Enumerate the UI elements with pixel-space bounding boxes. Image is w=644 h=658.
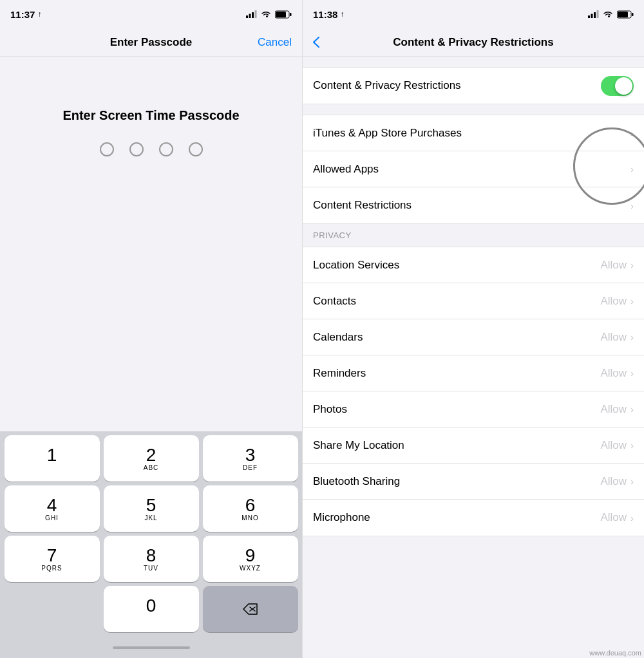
key-3[interactable]: 3 DEF — [203, 435, 298, 482]
location-icon-right: ↑ — [340, 10, 344, 19]
privacy-section-header: PRIVACY — [303, 224, 644, 247]
chevron-icon: › — [630, 164, 634, 174]
privacy-header-text: PRIVACY — [303, 227, 644, 244]
back-button[interactable] — [313, 37, 319, 48]
key-delete[interactable] — [203, 586, 298, 632]
key-0[interactable]: 0 — [104, 586, 199, 632]
svg-rect-0 — [246, 15, 248, 18]
keyboard-row-2: 4 GHI 5 JKL 6 MNO — [3, 485, 299, 532]
settings-list: Content & Privacy Restrictions iTunes & … — [303, 57, 644, 658]
svg-rect-1 — [249, 14, 251, 19]
key-1[interactable]: 1 — [5, 435, 100, 482]
key-4[interactable]: 4 GHI — [5, 485, 100, 532]
svg-rect-3 — [255, 10, 257, 18]
svg-rect-12 — [597, 10, 599, 18]
nav-bar-right: Content & Privacy Restrictions — [303, 28, 644, 57]
passcode-dot-4 — [189, 142, 203, 156]
chevron-icon: › — [630, 440, 634, 451]
keyboard-row-1: 1 2 ABC 3 DEF — [3, 435, 299, 482]
content-privacy-toggle-row[interactable]: Content & Privacy Restrictions — [303, 68, 644, 104]
toggle-knob — [615, 77, 632, 95]
passcode-dots — [100, 142, 203, 156]
home-indicator-left — [113, 646, 190, 649]
back-chevron-icon — [313, 37, 319, 48]
keyboard-row-3: 7 PQRS 8 TUV 9 WXYZ — [3, 536, 299, 582]
svg-rect-11 — [594, 12, 596, 18]
signal-icon — [246, 10, 257, 18]
left-panel: 11:37 ↑ Ente — [0, 0, 303, 658]
svg-rect-15 — [632, 13, 634, 16]
cancel-button[interactable]: Cancel — [258, 36, 292, 49]
status-bar-right: 11:38 ↑ — [303, 0, 644, 28]
contacts-row[interactable]: Contacts Allow › — [303, 283, 644, 319]
time-left: 11:37 ↑ — [10, 9, 41, 20]
svg-rect-5 — [276, 12, 286, 17]
chevron-icon: › — [630, 200, 634, 211]
status-bar-left: 11:37 ↑ — [0, 0, 302, 28]
battery-icon-right — [617, 10, 634, 19]
itunes-row[interactable]: iTunes & App Store Purchases › — [303, 115, 644, 151]
passcode-dot-3 — [159, 142, 173, 156]
passcode-instruction: Enter Screen Time Passcode — [62, 108, 239, 123]
svg-rect-14 — [618, 12, 628, 17]
key-2[interactable]: 2 ABC — [104, 435, 199, 482]
keyboard-row-4: 0 — [3, 586, 299, 632]
right-panel: 11:38 ↑ — [303, 0, 644, 658]
passcode-dot-2 — [129, 142, 144, 156]
chevron-icon: › — [630, 127, 634, 138]
svg-rect-9 — [588, 15, 590, 18]
status-icons-right — [588, 10, 634, 19]
key-6[interactable]: 6 MNO — [203, 485, 298, 532]
signal-icon-right — [588, 10, 599, 18]
location-icon-left: ↑ — [37, 10, 41, 19]
battery-icon — [275, 10, 292, 19]
time-right: 11:38 ↑ — [313, 9, 344, 20]
chevron-icon: › — [630, 296, 634, 306]
location-services-row[interactable]: Location Services Allow › — [303, 247, 644, 283]
key-9[interactable]: 9 WXYZ — [203, 536, 298, 582]
wifi-icon-right — [603, 10, 613, 18]
nav-title-right: Content & Privacy Restrictions — [393, 36, 553, 49]
content-restrictions-row[interactable]: Content Restrictions › — [303, 187, 644, 223]
chevron-icon: › — [630, 332, 634, 343]
chevron-icon: › — [630, 512, 634, 523]
chevron-icon: › — [630, 368, 634, 379]
photos-row[interactable]: Photos Allow › — [303, 391, 644, 428]
privacy-section: Location Services Allow › Contacts Allow… — [303, 247, 644, 536]
svg-rect-10 — [591, 14, 593, 19]
allowed-apps-row[interactable]: Allowed Apps › — [303, 151, 644, 187]
toggle-label: Content & Privacy Restrictions — [313, 79, 601, 92]
home-indicator-area — [3, 636, 299, 654]
key-empty — [5, 586, 100, 632]
passcode-dot-1 — [100, 142, 114, 156]
status-icons-left — [246, 10, 292, 19]
svg-rect-6 — [290, 13, 292, 16]
bluetooth-sharing-row[interactable]: Bluetooth Sharing Allow › — [303, 464, 644, 500]
chevron-icon: › — [630, 259, 634, 270]
keyboard-area: 1 2 ABC 3 DEF 4 GHI 5 JKL 6 MN — [0, 431, 302, 658]
microphone-row[interactable]: Microphone Allow › — [303, 500, 644, 536]
delete-icon — [243, 603, 258, 615]
key-5[interactable]: 5 JKL — [104, 485, 199, 532]
svg-rect-2 — [252, 12, 254, 18]
app-settings-section: iTunes & App Store Purchases › Allowed A… — [303, 115, 644, 224]
chevron-icon: › — [630, 404, 634, 415]
watermark: www.deuaq.com — [589, 649, 641, 657]
wifi-icon — [261, 10, 271, 18]
key-8[interactable]: 8 TUV — [104, 536, 199, 582]
content-privacy-toggle[interactable] — [601, 76, 634, 96]
key-7[interactable]: 7 PQRS — [5, 536, 100, 582]
toggle-section: Content & Privacy Restrictions — [303, 67, 644, 104]
reminders-row[interactable]: Reminders Allow › — [303, 355, 644, 391]
chevron-icon: › — [630, 476, 634, 487]
nav-bar-left: Enter Passcode Cancel — [0, 28, 302, 57]
share-location-row[interactable]: Share My Location Allow › — [303, 428, 644, 464]
calendars-row[interactable]: Calendars Allow › — [303, 319, 644, 355]
nav-title-left: Enter Passcode — [110, 36, 193, 49]
